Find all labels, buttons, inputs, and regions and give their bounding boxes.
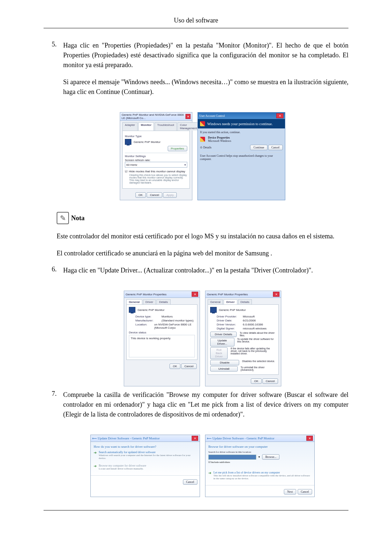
location-label: Search for driver software in this locat… [208,451,311,454]
tab-troubleshoot[interactable]: Troubleshoot [155,122,176,131]
close-icon[interactable]: ✕ [192,436,198,441]
ok-button[interactable]: OK [135,192,146,198]
step-5: 5. Haga clic en "Properties (Propiedades… [44,41,348,104]
driver-details-button[interactable]: Driver Details [210,332,237,337]
kv-row: Location:on NVIDIA GeForce 8800 LE (Micr… [135,323,195,329]
checkbox[interactable]: ☑ [125,170,127,173]
breadcrumb[interactable]: ⟵ Update Driver Software - Generic PnP M… [207,436,274,440]
kv-key: Driver Date: [217,319,240,322]
kv-row: Digital Signer:microsoft windows [217,327,276,330]
apply-button[interactable]: Apply [163,192,177,198]
tab-driver[interactable]: Driver [224,299,237,304]
btn-desc: To view details about the driver files. [240,332,276,337]
tab-color[interactable]: Color Management [177,122,200,131]
kv-block: Driver Provider:Microsoft Driver Date:6/… [217,315,276,330]
panel: Generic PnP Monitor Device type:Monitors… [126,304,197,360]
step-number: 7. [44,390,63,427]
close-icon[interactable]: ✕ [192,292,198,297]
close-icon[interactable]: ✕ [273,292,279,297]
note-heading: ✎ Nota [57,212,348,224]
hidemodes-row: ☑ Hide modes that this monitor cannot di… [125,170,187,173]
monitor-name: Generic PnP Monitor [134,140,160,144]
step-body: Haga clic en "Properties (Propiedades)" … [63,41,348,104]
step-number: 6. [44,266,63,283]
note-icon: ✎ [57,212,69,224]
btn-row: UninstallTo uninstall the driver (Advanc… [210,366,276,372]
tabs: Adapter Monitor Troubleshoot Color Manag… [120,121,192,131]
kv-row: Device type:Monitors [135,315,195,318]
uac-footer: User Account Control helps stop unauthor… [200,154,283,161]
step7-p1: Compruebe la casilla de verificación "Br… [63,390,348,419]
titlebar: Generic PnP Monitor and NVIDIA GeForce 8… [120,112,192,121]
location-dropdown[interactable]: ▾ [258,455,260,459]
tab-general[interactable]: General [208,299,223,304]
tab-details[interactable]: Details [238,299,252,304]
dialog-buttons: OK Cancel [124,362,200,371]
close-icon[interactable]: ✕ [276,113,283,118]
tab-adapter[interactable]: Adapter [122,122,138,131]
close-icon[interactable]: ✕ [306,436,313,441]
ok-button[interactable]: OK [251,378,262,384]
option-auto[interactable]: ➔ Search automatically for updated drive… [94,448,197,462]
monitor-settings-label: Monitor Settings [125,155,187,158]
tab-monitor[interactable]: Monitor [138,122,154,131]
kv-val: microsoft windows [243,327,266,330]
details-expand[interactable]: ⊙ Details [200,146,212,149]
breadcrumb[interactable]: ⟵ Update Driver Software - Generic PnP M… [92,436,160,440]
monitor-icon [125,139,131,145]
hidemodes-label: Hide modes that this monitor cannot disp… [129,170,185,173]
option-pick[interactable]: ➔ Let me pick from a list of device driv… [208,469,311,482]
option-title: Let me pick from a list of device driver… [213,471,280,474]
option-desc: Locate and install driver software manua… [99,467,146,470]
arrow-icon: ➔ [94,451,97,460]
monitor-row: Generic PnP Monitor [210,307,276,313]
tabs: General Driver Details [205,298,281,304]
cancel-button[interactable]: Cancel [147,192,162,198]
cancel-button[interactable]: Cancel [183,479,197,485]
status-label: Device status [129,331,195,334]
tab-driver[interactable]: Driver [143,299,156,304]
monitor-row: Generic PnP Monitor [125,139,187,145]
figure-monitor-properties: Generic PnP Monitor and NVIDIA GeForce 8… [120,112,192,200]
arrow-icon: ➔ [208,471,211,480]
ok-button[interactable]: OK [170,364,180,369]
option-browse[interactable]: ➔ Browse my computer for driver software… [94,462,197,472]
kv-row: Manufacturer:(Standard monitor types) [135,319,195,322]
browse-button[interactable]: Browse... [262,454,279,460]
step-6: 6. Haga clic en "Update Driver... (Actua… [44,266,348,283]
item-publisher: Microsoft Windows [208,139,231,143]
next-button[interactable]: Next [284,489,296,495]
tab-general[interactable]: General [126,299,142,304]
cancel-button[interactable]: Cancel [268,145,283,150]
location-input[interactable] [208,455,256,460]
cancel-button[interactable]: Cancel [262,378,278,384]
wizard-heading: Browse for driver software on your compu… [208,445,311,448]
close-icon[interactable]: ✕ [185,114,191,119]
tab-details[interactable]: Details [156,299,170,304]
kv-row: Driver Version:6.0.6000.16386 [217,323,276,326]
refresh-select[interactable]: 60 Hertz ▾ [125,162,187,168]
kv-val: on NVIDIA GeForce 8800 LE (Microsoft Cor… [154,323,195,329]
disable-button[interactable]: Disable [210,360,239,365]
checkbox[interactable]: ☑ [208,461,211,464]
option-desc: This list will show installed driver sof… [213,474,311,480]
rollback-button[interactable]: Roll Back Driver [210,347,228,359]
update-driver-button[interactable]: Update Driver... [210,338,234,346]
continue-button[interactable]: Continue [250,145,267,150]
properties-button[interactable]: Properties [168,146,187,151]
cancel-button[interactable]: Cancel [298,489,312,495]
uninstall-button[interactable]: Uninstall [210,366,238,372]
kv-key: Device type: [135,315,159,318]
kv-block: Device type:Monitors Manufacturer:(Stand… [135,315,195,329]
step6-p1: Haga clic en "Update Driver... (Actualiz… [63,266,348,275]
driver-buttons: Driver DetailsTo view details about the … [210,332,276,372]
cancel-button[interactable]: Cancel [181,364,197,369]
panel: Monitor Type Generic PnP Monitor Propert… [122,131,190,189]
monitor-icon [210,307,217,313]
titlebar: ⟵ Update Driver Software - Generic PnP M… [91,435,200,442]
wizard-footer: Cancel [91,475,200,487]
window-title: Generic PnP Monitor Properties [126,293,167,296]
figure-row-a: Generic PnP Monitor and NVIDIA GeForce 8… [57,112,348,200]
shield-icon [200,121,205,126]
option-desc: Windows will search your computer and th… [99,454,197,460]
